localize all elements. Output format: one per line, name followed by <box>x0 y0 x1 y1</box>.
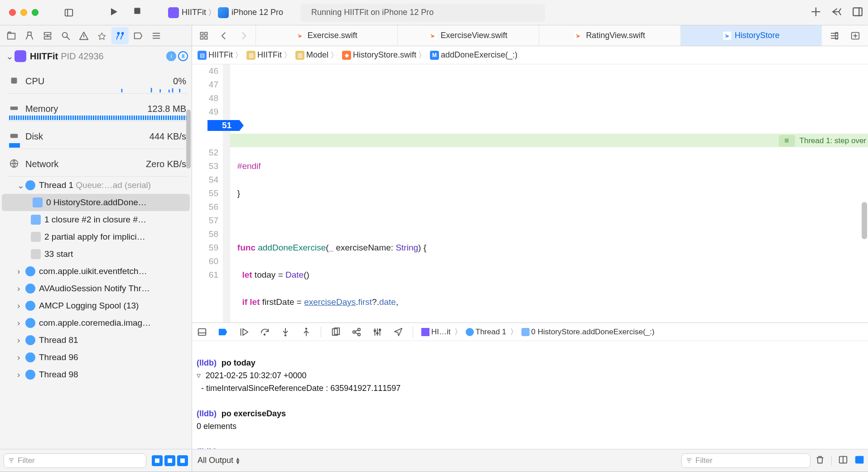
breakpoint-marker[interactable]: 51 <box>207 120 244 131</box>
step-out-icon[interactable] <box>300 326 313 338</box>
jump-bar-item[interactable]: HIITFit <box>208 50 233 60</box>
console-view-toggle-icon[interactable] <box>854 455 864 466</box>
add-button[interactable] <box>810 6 822 19</box>
source-control-navigator-icon[interactable] <box>21 27 38 44</box>
stop-button[interactable] <box>133 6 142 19</box>
chevron-right-icon[interactable]: › <box>17 370 25 380</box>
stack-frame-33[interactable]: 33 start <box>0 246 192 263</box>
issue-navigator-icon[interactable] <box>75 27 92 44</box>
library-button[interactable] <box>831 6 843 19</box>
zoom-window-icon[interactable] <box>32 9 39 16</box>
thread-avaudio[interactable]: › AVAudioSession Notify Thr… <box>0 280 192 297</box>
toggle-breakpoints-icon[interactable] <box>217 326 229 338</box>
hide-debug-area-icon[interactable] <box>196 326 208 338</box>
step-over-icon[interactable] <box>258 326 271 338</box>
frame-icon <box>521 328 530 336</box>
toggle-sidebar-icon[interactable] <box>60 5 77 21</box>
thread-81[interactable]: › Thread 81 <box>0 332 192 349</box>
jump-bar[interactable]: ▤ HIITFit 〉 ▥ HIITFit 〉 ▥ Model 〉 ◆ Hist… <box>192 46 868 64</box>
disk-gauge[interactable]: Disk 444 KB/s <box>0 121 192 149</box>
debug-view-hierarchy-icon[interactable] <box>329 326 342 338</box>
tab-historystore[interactable]: HistoryStore <box>680 25 822 46</box>
navigator-filter-input[interactable]: Filter <box>4 453 146 468</box>
lldb-console[interactable]: (lldb) po today ▿ 2021-02-25 10:32:07 +0… <box>192 341 868 449</box>
jump-bar-item[interactable]: HIITFit <box>257 50 282 60</box>
chevron-right-icon: 〉 <box>330 50 338 61</box>
tab-ratingview[interactable]: RatingView.swift <box>539 25 680 46</box>
debug-memory-graph-icon[interactable] <box>350 326 363 338</box>
thread-label: Thread 96 <box>39 352 78 362</box>
chevron-right-icon[interactable]: › <box>17 266 25 276</box>
code-content[interactable]: 51 ≡Thread 1: step over // createDevData… <box>230 64 868 323</box>
variables-view-toggle-icon[interactable] <box>838 455 848 466</box>
filter-opt-3-icon[interactable] <box>177 455 188 466</box>
breakpoint-navigator-icon[interactable] <box>130 27 147 44</box>
editor-options-icon[interactable] <box>825 27 844 45</box>
svg-point-14 <box>63 32 68 37</box>
debug-jump-bar[interactable]: HI…it 〉 Thread 1 〉 0 HistoryStore.addDon… <box>421 327 655 337</box>
memory-gauge[interactable]: Memory 123.8 MB <box>0 94 192 121</box>
stack-frame-0[interactable]: 0 HistoryStore.addDone… <box>2 194 190 211</box>
environment-overrides-icon[interactable] <box>371 326 384 338</box>
info-badge-icon[interactable]: i <box>166 51 176 61</box>
chevron-down-icon[interactable]: ⌄ <box>17 180 25 191</box>
minimize-window-icon[interactable] <box>20 9 27 16</box>
scheme-selector[interactable]: HIITFit 〉 iPhone 12 Pro <box>164 4 288 21</box>
thread-icon <box>25 352 35 362</box>
chevron-right-icon: 〉 <box>418 50 426 61</box>
editor-scrollbar[interactable] <box>861 84 868 311</box>
console-filter-input[interactable]: Filter <box>681 453 810 468</box>
back-button[interactable] <box>215 27 233 45</box>
thread-98[interactable]: › Thread 98 <box>0 366 192 383</box>
run-button[interactable] <box>108 6 119 19</box>
stack-frame-2[interactable]: 2 partial apply for implici… <box>0 228 192 246</box>
find-navigator-icon[interactable] <box>57 27 74 44</box>
symbol-navigator-icon[interactable] <box>39 27 56 44</box>
debug-path-app: HI…it <box>431 328 451 337</box>
forward-button[interactable] <box>235 27 253 45</box>
tab-exerciseview[interactable]: ExerciseView.swift <box>397 25 539 46</box>
thread-96[interactable]: › Thread 96 <box>0 349 192 366</box>
chevron-right-icon[interactable]: › <box>17 284 25 294</box>
swift-file-icon <box>574 32 582 40</box>
tab-exercise[interactable]: Exercise.swift <box>256 25 397 46</box>
jump-bar-item[interactable]: Model <box>306 50 328 60</box>
thread-amcp[interactable]: › AMCP Logging Spool (13) <box>0 297 192 314</box>
trash-icon[interactable] <box>815 455 825 466</box>
debug-navigator-icon[interactable] <box>111 27 129 44</box>
cpu-gauge[interactable]: CPU 0% <box>0 66 192 93</box>
jump-bar-item[interactable]: HistoryStore.swift <box>353 50 416 60</box>
thread-eventfetch[interactable]: › com.apple.uikit.eventfetch… <box>0 263 192 280</box>
filter-opt-1-icon[interactable] <box>152 455 163 466</box>
step-into-icon[interactable] <box>279 326 292 338</box>
chevron-down-icon[interactable]: ⌄ <box>5 51 14 62</box>
network-gauge[interactable]: Network Zero KB/s <box>0 149 192 176</box>
related-items-icon[interactable] <box>195 27 213 45</box>
chevron-right-icon[interactable]: › <box>17 301 25 311</box>
project-navigator-icon[interactable] <box>3 27 20 44</box>
sidebar-scrollbar[interactable] <box>185 46 192 449</box>
thread-queue: Queue:…ad (serial) <box>76 180 151 190</box>
nav-row: Exercise.swift ExerciseView.swift Rating… <box>0 25 868 46</box>
continue-execution-icon[interactable] <box>237 326 250 338</box>
code-editor[interactable]: 46 47 48 49 50 51 52 53 54 55 56 57 58 5… <box>192 64 868 323</box>
thread-icon <box>25 301 35 311</box>
console-output-selector[interactable]: All Output ▲▼ <box>198 456 241 465</box>
thread-coremedia[interactable]: › com.apple.coremedia.imag… <box>0 314 192 332</box>
svg-rect-38 <box>172 88 174 92</box>
report-navigator-icon[interactable] <box>148 27 165 44</box>
toggle-right-sidebar-icon[interactable] <box>852 6 863 19</box>
chevron-right-icon[interactable]: › <box>17 335 25 345</box>
add-editor-icon[interactable] <box>846 27 864 45</box>
stack-frame-1[interactable]: 1 closure #2 in closure #… <box>0 211 192 228</box>
filter-opt-2-icon[interactable] <box>164 455 175 466</box>
svg-rect-36 <box>159 89 161 92</box>
close-window-icon[interactable] <box>9 9 16 16</box>
chevron-right-icon[interactable]: › <box>17 352 25 362</box>
test-navigator-icon[interactable] <box>93 27 111 44</box>
jump-bar-item[interactable]: addDoneExercise(_:) <box>441 50 517 60</box>
chevron-right-icon[interactable]: › <box>17 318 25 328</box>
process-header[interactable]: ⌄ HIITFit PID 42936 i ⏸ <box>0 46 192 66</box>
thread-1[interactable]: ⌄ Thread 1 Queue:…ad (serial) <box>0 177 192 194</box>
simulate-location-icon[interactable] <box>392 326 405 338</box>
